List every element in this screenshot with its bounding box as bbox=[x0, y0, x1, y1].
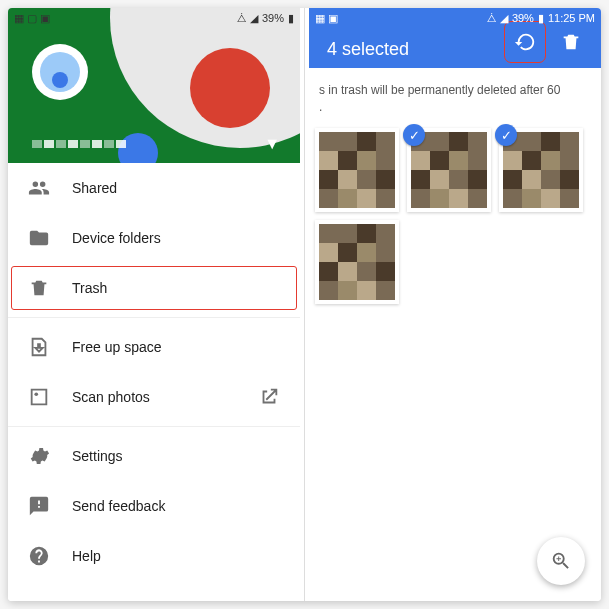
photo-thumb[interactable]: ✓ bbox=[407, 128, 491, 212]
battery-text: 39% bbox=[262, 12, 284, 24]
menu-item-scan-photos[interactable]: Scan photos bbox=[8, 372, 300, 422]
open-external-icon bbox=[258, 386, 280, 408]
menu-item-label: Device folders bbox=[72, 230, 280, 246]
avatar[interactable] bbox=[32, 44, 88, 100]
photo-thumb[interactable]: ✓ bbox=[315, 128, 399, 212]
account-switcher[interactable]: ▼ bbox=[32, 135, 280, 153]
zoom-in-icon bbox=[550, 550, 572, 572]
status-notif-icons: ▦ ▢ ▣ bbox=[14, 12, 50, 25]
drawer-header: ▼ bbox=[8, 8, 300, 163]
trash-icon bbox=[28, 277, 50, 299]
folder-icon bbox=[28, 227, 50, 249]
right-screenshot: 4 selected ▦ ▣ ⧊ ◢ 39% ▮ 11:25 PM s in t… bbox=[309, 8, 601, 601]
people-icon bbox=[28, 177, 50, 199]
selected-check-icon: ✓ bbox=[403, 124, 425, 146]
battery-icon: ▮ bbox=[538, 12, 544, 25]
chevron-down-icon: ▼ bbox=[264, 135, 280, 153]
menu-item-trash[interactable]: Trash bbox=[8, 263, 300, 313]
svg-point-0 bbox=[34, 392, 38, 396]
menu-item-label: Free up space bbox=[72, 339, 280, 355]
left-screenshot: Album ▼ ▦ ▢ ▣ ⧊ ◢ 39% ▮ SharedDevice fol… bbox=[8, 8, 300, 601]
delete-forever-button[interactable] bbox=[553, 24, 589, 60]
clock: 11:25 PM bbox=[548, 12, 595, 24]
restore-button[interactable] bbox=[507, 24, 543, 60]
trash-grid: ✓✓✓✓ bbox=[315, 120, 595, 601]
selected-check-icon: ✓ bbox=[495, 124, 517, 146]
menu-item-label: Settings bbox=[72, 448, 280, 464]
menu-item-shared[interactable]: Shared bbox=[8, 163, 300, 213]
scan-icon bbox=[28, 386, 50, 408]
battery-icon: ▮ bbox=[288, 12, 294, 25]
menu-item-settings[interactable]: Settings bbox=[8, 431, 300, 481]
restore-icon bbox=[514, 31, 536, 53]
wifi-icon: ⧊ bbox=[487, 12, 496, 25]
gear-icon bbox=[28, 445, 50, 467]
wifi-icon: ⧊ bbox=[237, 12, 246, 25]
freeup-icon bbox=[28, 336, 50, 358]
menu-item-label: Scan photos bbox=[72, 389, 236, 405]
photo-thumb[interactable]: ✓ bbox=[315, 220, 399, 304]
status-bar: ▦ ▣ ⧊ ◢ 39% ▮ 11:25 PM bbox=[309, 8, 601, 28]
nav-drawer: SharedDevice foldersTrashFree up spaceSc… bbox=[8, 163, 300, 601]
menu-item-label: Shared bbox=[72, 180, 280, 196]
menu-item-label: Send feedback bbox=[72, 498, 280, 514]
menu-item-label: Help bbox=[72, 548, 280, 564]
status-bar: ▦ ▢ ▣ ⧊ ◢ 39% ▮ bbox=[8, 8, 300, 28]
photo-thumb[interactable]: ✓ bbox=[499, 128, 583, 212]
zoom-fab[interactable] bbox=[537, 537, 585, 585]
signal-icon: ◢ bbox=[250, 12, 258, 25]
signal-icon: ◢ bbox=[500, 12, 508, 25]
selection-count-title: 4 selected bbox=[327, 39, 497, 60]
menu-item-send-feedback[interactable]: Send feedback bbox=[8, 481, 300, 531]
menu-item-device-folders[interactable]: Device folders bbox=[8, 213, 300, 263]
battery-text: 39% bbox=[512, 12, 534, 24]
account-name-redacted bbox=[32, 140, 132, 148]
status-notif-icons: ▦ ▣ bbox=[315, 12, 338, 25]
menu-item-label: Trash bbox=[72, 280, 280, 296]
trash-icon bbox=[560, 31, 582, 53]
menu-item-free-up-space[interactable]: Free up space bbox=[8, 322, 300, 372]
feedback-icon bbox=[28, 495, 50, 517]
menu-item-help[interactable]: Help bbox=[8, 531, 300, 581]
help-icon bbox=[28, 545, 50, 567]
